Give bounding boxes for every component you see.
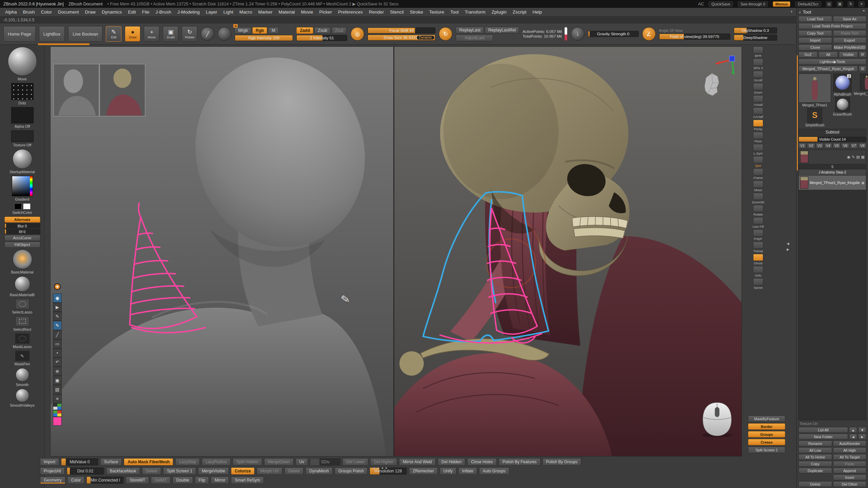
mid-strip-button[interactable]: Border	[748, 423, 785, 430]
tray-button[interactable]: Inflate	[458, 467, 477, 475]
tray-button[interactable]: LazyStep	[175, 458, 200, 466]
canvas-tool-icon[interactable]: ✎	[53, 321, 62, 330]
tray-button[interactable]: LazyRadius	[202, 458, 231, 466]
obj-shadow-slider[interactable]: ObjShadow 0.3	[734, 27, 777, 34]
lightbox-tools-button[interactable]: Lightbox▶Tools	[798, 59, 866, 65]
copy-button[interactable]: Copy	[798, 461, 832, 467]
menus-button[interactable]: Menus	[773, 1, 790, 7]
tray-button[interactable]: Polish By Features	[499, 458, 540, 466]
tray-button[interactable]: MergeDown	[264, 458, 294, 466]
move-up-icon[interactable]: ▲	[849, 427, 857, 433]
menu-item[interactable]: Stroke	[407, 8, 426, 16]
tray-divider-arrows[interactable]: ◄►	[786, 241, 790, 252]
focal-shift-slider[interactable]: Focal Shift 40	[368, 27, 435, 34]
mid-strip-button[interactable]: MaskByFeature	[748, 415, 785, 422]
menu-item[interactable]: Preferences	[335, 8, 366, 16]
canvas-tool-icon[interactable]: ≡	[53, 394, 62, 403]
replay-icon[interactable]: ↻	[439, 27, 452, 41]
export-button[interactable]: Export	[833, 37, 867, 43]
tray-button[interactable]: Auto Groups	[479, 467, 509, 475]
subtool-tab[interactable]: V7	[850, 143, 858, 148]
menu-item[interactable]: Layer	[203, 8, 220, 16]
draw-button[interactable]: ●Draw	[125, 26, 140, 42]
secondary-color-swatch[interactable]	[23, 203, 31, 209]
main-color-swatch[interactable]	[14, 203, 22, 209]
accucurve-button[interactable]: AccuCurve	[4, 235, 40, 241]
right-shelf-button[interactable]: Floor	[751, 132, 765, 143]
rotate-button[interactable]: ↻Rotate	[182, 26, 197, 42]
mid-strip-button[interactable]: Crease	[748, 439, 785, 445]
alpha-off-preview[interactable]	[11, 107, 34, 123]
tray-button[interactable]: MergeVisible	[198, 467, 229, 475]
load-tools-from-project-button[interactable]: Load Tools From Project	[798, 23, 866, 29]
canvas-tool-icon[interactable]: ▤	[53, 385, 62, 394]
tray-button[interactable]: Smart ReSym	[231, 476, 264, 484]
right-shelf-button[interactable]: Qxz	[751, 156, 765, 167]
save-as-button[interactable]: Save As	[833, 16, 867, 22]
tray-button[interactable]: Dist 0.02	[67, 467, 104, 475]
palette-tile-2[interactable]	[53, 410, 62, 417]
tray-button[interactable]: StoreMT	[126, 476, 149, 484]
menu-item[interactable]: Tool	[447, 8, 462, 16]
move-down-icon[interactable]: ▼	[858, 427, 866, 433]
right-shelf-button[interactable]: AAHalf	[751, 107, 765, 119]
menu-item[interactable]: Brush	[20, 8, 38, 16]
right-shelf-button[interactable]: Rotate	[751, 205, 765, 216]
subtool-tab[interactable]: V6	[841, 143, 849, 148]
fillobject-button[interactable]: FillObject	[4, 242, 40, 248]
right-shelf-button[interactable]: L.Sym	[751, 144, 765, 155]
stroke-dots-preview[interactable]	[11, 83, 34, 100]
subtool-selected-row[interactable]: Merged_TPose1_Ryan_Kingslie ◉	[799, 176, 866, 190]
right-shelf-button[interactable]: PolyF	[751, 229, 765, 241]
angle-of-view-icon[interactable]: ∠	[642, 27, 656, 41]
tray-button[interactable]: Polish By Groups	[542, 458, 581, 466]
move-sphere-preview[interactable]	[8, 47, 37, 76]
rename-button[interactable]: Rename	[798, 441, 832, 446]
tray-button[interactable]: Del Hidden	[438, 458, 465, 466]
menu-item[interactable]: Material	[276, 8, 298, 16]
subtool-tab[interactable]: V8	[859, 143, 866, 148]
quicksave-button[interactable]: QuickSave	[709, 1, 733, 7]
move-button[interactable]: +Move	[144, 26, 159, 42]
right-shelf-button[interactable]: Zoom3D	[751, 193, 765, 204]
subtool-tab[interactable]: V1	[798, 143, 806, 148]
mid-strip-button[interactable]: Groups	[748, 431, 785, 438]
subtool-tab[interactable]: V2	[807, 143, 815, 148]
tray-button[interactable]: Mirror And Weld	[399, 458, 436, 466]
tray-button[interactable]: Close Holes	[467, 458, 497, 466]
canvas-tool-icon[interactable]: ╱	[53, 330, 62, 339]
tray-button[interactable]: Split Screen 1	[163, 467, 196, 475]
right-shelf-button[interactable]: Actual	[751, 95, 765, 106]
home-page-button[interactable]: Home Page	[3, 26, 36, 42]
rgb-button[interactable]: Rgb	[252, 27, 267, 34]
canvas-tool-icon[interactable]: ◉	[53, 293, 62, 303]
right-shelf-button[interactable]: Persp	[751, 120, 765, 131]
menu-item[interactable]: Zscript	[510, 8, 530, 16]
goz-button[interactable]: GoZ	[798, 52, 817, 58]
grid-icon[interactable]: ▦	[861, 155, 865, 159]
tray-button[interactable]: Min Connected l	[86, 476, 124, 484]
subtool-row[interactable]: ◉ ✎ ▤ ▦	[799, 150, 866, 164]
tray-button[interactable]: DelMT	[151, 476, 170, 484]
all-high-button[interactable]: All High	[833, 447, 867, 453]
menu-item[interactable]: Edit	[125, 8, 139, 16]
subtool-section-header[interactable]: Subtool	[798, 129, 866, 136]
alpha-brush-thumbnail[interactable]: 3	[833, 74, 852, 92]
right-shelf-button[interactable]: Move	[751, 181, 765, 192]
tray-button[interactable]: Unify	[440, 467, 456, 475]
gravity-strength-slider[interactable]: Gravity Strength 0	[588, 31, 639, 37]
zadd-button[interactable]: Zadd	[296, 27, 313, 34]
basic-material-preview[interactable]	[13, 249, 32, 269]
scale-button[interactable]: ▣Scale	[163, 26, 178, 42]
import-button[interactable]: Import	[798, 37, 832, 43]
grid-icon[interactable]: ▦	[837, 1, 843, 7]
tray-button[interactable]: ZRemesher	[409, 467, 438, 475]
right-shelf-button[interactable]: Transp	[751, 242, 765, 253]
new-folder-button[interactable]: New Folder	[798, 434, 848, 440]
tray-button[interactable]: Mirror	[211, 476, 229, 484]
tray-button[interactable]: Import	[40, 458, 59, 466]
close-icon[interactable]: ✕	[859, 1, 865, 7]
rf-slider[interactable]: Rf 0	[4, 229, 40, 234]
tray-button[interactable]: ProjectAll	[40, 467, 65, 475]
tray-button[interactable]: Uv	[296, 458, 308, 466]
